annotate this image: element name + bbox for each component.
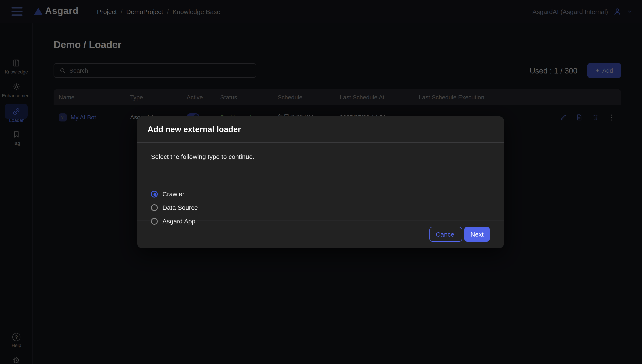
modal-prompt: Select the following type to continue. [151, 153, 254, 160]
radio-option-label: Crawler [162, 190, 184, 198]
radio-button-icon [151, 204, 158, 211]
app-window: Asgard Project / DemoProject / Knowledge… [0, 0, 642, 364]
add-loader-modal: Add new external loader Select the follo… [137, 116, 504, 248]
radio-option-label: Data Source [162, 204, 198, 211]
modal-footer: Cancel Next [137, 220, 504, 248]
next-button[interactable]: Next [464, 227, 490, 242]
cancel-button[interactable]: Cancel [429, 227, 462, 242]
modal-body: Select the following type to continue. C… [137, 143, 504, 220]
radio-option-data-source[interactable]: Data Source [151, 204, 198, 211]
radio-button-icon [151, 190, 158, 197]
modal-title: Add new external loader [148, 125, 241, 134]
radio-option-crawler[interactable]: Crawler [151, 190, 184, 198]
modal-header: Add new external loader [137, 116, 504, 143]
